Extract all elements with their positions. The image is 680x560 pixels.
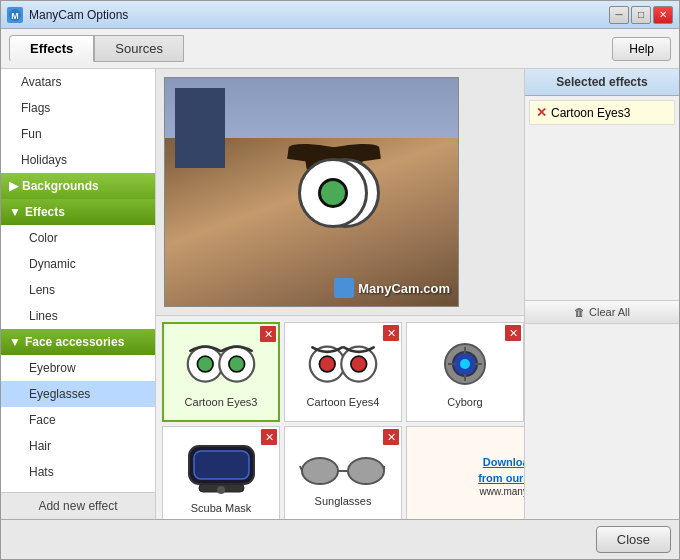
sidebar-face-accessories-label: Face accessories bbox=[25, 333, 124, 351]
sidebar-item-dynamic[interactable]: Dynamic bbox=[1, 251, 155, 277]
main-content: Avatars Flags Fun Holidays ▶ Backgrounds… bbox=[1, 69, 679, 519]
clear-all-label: Clear All bbox=[589, 306, 630, 318]
arrow-down-icon: ▼ bbox=[9, 203, 21, 221]
sidebar-item-eyeglasses[interactable]: Eyeglasses bbox=[1, 381, 155, 407]
cartoon-eyes4-icon bbox=[308, 337, 378, 392]
svg-point-3 bbox=[197, 356, 213, 372]
watermark: ManyCam.com bbox=[334, 278, 450, 298]
effect-label-cartoon-eyes4: Cartoon Eyes4 bbox=[307, 396, 380, 408]
trash-icon: 🗑 bbox=[574, 306, 585, 318]
effects-row-1: ✕ Cartoon Eyes3 ✕ bbox=[162, 322, 518, 422]
effect-close-cyborg[interactable]: ✕ bbox=[505, 325, 521, 341]
effect-label-cyborg: Cyborg bbox=[447, 396, 482, 408]
effect-promo[interactable]: Download morefrom our website. www.manyc… bbox=[406, 426, 524, 519]
effect-label-cartoon-eyes3: Cartoon Eyes3 bbox=[185, 396, 258, 408]
sidebar-item-lens[interactable]: Lens bbox=[1, 277, 155, 303]
arrow-down-icon2: ▼ bbox=[9, 333, 21, 351]
sidebar-item-lines[interactable]: Lines bbox=[1, 303, 155, 329]
sidebar-backgrounds-label: Backgrounds bbox=[22, 177, 99, 195]
arrow-right-icon: ▶ bbox=[9, 177, 18, 195]
preview-video: ManyCam.com bbox=[164, 77, 459, 307]
sidebar-item-flags[interactable]: Flags bbox=[1, 95, 155, 121]
effect-sunglasses[interactable]: ✕ Sunglasses bbox=[284, 426, 402, 519]
svg-point-26 bbox=[302, 458, 338, 484]
toolbar: Effects Sources Help bbox=[1, 29, 679, 69]
sidebar-effects-label: Effects bbox=[25, 203, 65, 221]
cartoon-eyes3-icon bbox=[186, 337, 256, 392]
sidebar-item-avatars[interactable]: Avatars bbox=[1, 69, 155, 95]
watermark-icon bbox=[334, 278, 354, 298]
preview-area: ManyCam.com bbox=[156, 69, 524, 316]
sidebar-item-effects[interactable]: ▼ Effects bbox=[1, 199, 155, 225]
app-icon: M bbox=[7, 7, 23, 23]
svg-point-12 bbox=[460, 359, 470, 369]
sidebar-item-face[interactable]: Face bbox=[1, 407, 155, 433]
effect-close-cartoon-eyes4[interactable]: ✕ bbox=[383, 325, 399, 341]
selected-effects-list: ✕ Cartoon Eyes3 bbox=[525, 96, 679, 300]
tab-sources[interactable]: Sources bbox=[94, 35, 184, 62]
promo-download-text[interactable]: Download morefrom our website. bbox=[478, 455, 524, 486]
effect-close-sunglasses[interactable]: ✕ bbox=[383, 429, 399, 445]
watermark-text: ManyCam.com bbox=[358, 281, 450, 296]
right-panel: Selected effects ✕ Cartoon Eyes3 🗑 Clear… bbox=[524, 69, 679, 519]
scuba-mask-icon bbox=[184, 438, 259, 498]
sidebar: Avatars Flags Fun Holidays ▶ Backgrounds… bbox=[1, 69, 156, 519]
sunglasses-icon bbox=[298, 446, 388, 491]
svg-point-7 bbox=[319, 356, 335, 372]
sidebar-item-holidays[interactable]: Holidays bbox=[1, 147, 155, 173]
close-button[interactable]: Close bbox=[596, 526, 671, 553]
bottom-bar: Close bbox=[1, 519, 679, 559]
sidebar-item-3d-masks[interactable]: 3D Masks bbox=[1, 485, 155, 492]
add-new-effect-button[interactable]: Add new effect bbox=[1, 492, 155, 519]
clear-all-button[interactable]: 🗑 Clear All bbox=[525, 300, 679, 324]
svg-point-27 bbox=[348, 458, 384, 484]
effect-cartoon-eyes4[interactable]: ✕ Cartoon Eyes4 bbox=[284, 322, 402, 422]
sidebar-item-hats[interactable]: Hats bbox=[1, 459, 155, 485]
selected-effect-cartoon-eyes3: ✕ Cartoon Eyes3 bbox=[529, 100, 675, 125]
effects-grid: ✕ Cartoon Eyes3 ✕ bbox=[156, 316, 524, 519]
svg-point-25 bbox=[217, 486, 225, 494]
svg-line-29 bbox=[300, 466, 302, 471]
sidebar-item-face-accessories[interactable]: ▼ Face accessories bbox=[1, 329, 155, 355]
effect-scuba-mask[interactable]: ✕ Scuba Mask bbox=[162, 426, 280, 519]
effect-close-cartoon-eyes3[interactable]: ✕ bbox=[260, 326, 276, 342]
tab-effects[interactable]: Effects bbox=[9, 35, 94, 62]
center-area: ManyCam.com ✕ bbox=[156, 69, 524, 519]
effect-cartoon-eyes3[interactable]: ✕ Cartoon Eyes3 bbox=[162, 322, 280, 422]
svg-text:M: M bbox=[11, 11, 19, 21]
svg-point-9 bbox=[351, 356, 367, 372]
cyborg-icon bbox=[438, 337, 493, 392]
effect-cyborg[interactable]: ✕ Cyborg bbox=[406, 322, 524, 422]
right-panel-effects-area bbox=[525, 324, 679, 520]
window-title: ManyCam Options bbox=[29, 8, 609, 22]
selected-effects-header: Selected effects bbox=[525, 69, 679, 96]
window-controls: ─ □ ✕ bbox=[609, 6, 673, 24]
effect-label-sunglasses: Sunglasses bbox=[315, 495, 372, 507]
help-button[interactable]: Help bbox=[612, 37, 671, 61]
effects-row-2: ✕ Scuba Mask ✕ bbox=[162, 426, 518, 519]
maximize-button[interactable]: □ bbox=[631, 6, 651, 24]
minimize-button[interactable]: ─ bbox=[609, 6, 629, 24]
effect-close-scuba[interactable]: ✕ bbox=[261, 429, 277, 445]
sidebar-list: Avatars Flags Fun Holidays ▶ Backgrounds… bbox=[1, 69, 155, 492]
sidebar-item-color[interactable]: Color bbox=[1, 225, 155, 251]
window-close-button[interactable]: ✕ bbox=[653, 6, 673, 24]
sidebar-item-hair[interactable]: Hair bbox=[1, 433, 155, 459]
main-window: M ManyCam Options ─ □ ✕ Effects Sources … bbox=[0, 0, 680, 560]
svg-rect-23 bbox=[194, 451, 249, 479]
selected-effect-name-cartoon-eyes3: Cartoon Eyes3 bbox=[551, 106, 630, 120]
sidebar-item-backgrounds[interactable]: ▶ Backgrounds bbox=[1, 173, 155, 199]
svg-point-5 bbox=[229, 356, 245, 372]
sidebar-item-eyebrow[interactable]: Eyebrow bbox=[1, 355, 155, 381]
effect-label-scuba: Scuba Mask bbox=[191, 502, 252, 514]
sidebar-item-fun[interactable]: Fun bbox=[1, 121, 155, 147]
selected-effect-remove-cartoon-eyes3[interactable]: ✕ bbox=[536, 105, 547, 120]
title-bar: M ManyCam Options ─ □ ✕ bbox=[1, 1, 679, 29]
promo-url[interactable]: www.manycam.com bbox=[480, 486, 524, 497]
